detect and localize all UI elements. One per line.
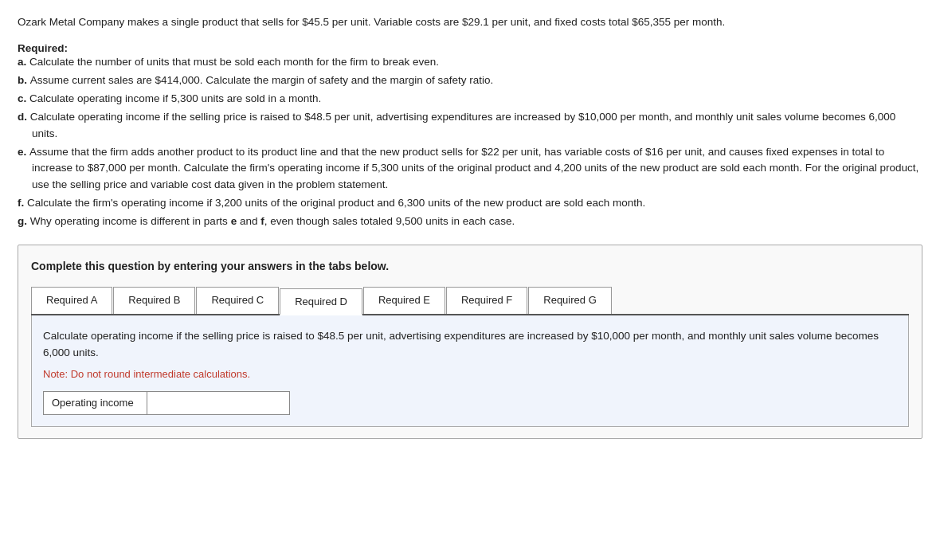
req-letter-e: e. [18, 146, 29, 158]
intro-text: Ozark Metal Company makes a single produ… [18, 14, 922, 31]
req-letter-c: c. [18, 92, 29, 104]
required-label: Required: [18, 42, 922, 54]
required-section: Required: a. Calculate the number of uni… [18, 42, 922, 230]
tab-d-description: Calculate operating income if the sellin… [43, 328, 897, 362]
tab-required-g[interactable]: Required G [528, 287, 611, 314]
req-item-a: a. Calculate the number of units that mu… [18, 54, 922, 71]
req-text-g: Why operating income is different in par… [30, 215, 515, 227]
tab-required-c[interactable]: Required C [196, 287, 279, 314]
complete-box: Complete this question by entering your … [18, 245, 922, 439]
req-item-b: b. Assume current sales are $414,000. Ca… [18, 72, 922, 89]
req-text-d: Calculate operating income if the sellin… [30, 111, 896, 139]
problem-intro: Ozark Metal Company makes a single produ… [18, 14, 922, 31]
req-text-c: Calculate operating income if 5,300 unit… [29, 92, 321, 104]
req-letter-g: g. [18, 215, 30, 227]
req-text-f: Calculate the firm's operating income if… [27, 197, 645, 209]
req-item-g: g. Why operating income is different in … [18, 213, 922, 230]
req-item-e: e. Assume that the firm adds another pro… [18, 144, 922, 194]
req-text-a: Calculate the number of units that must … [29, 56, 439, 68]
tab-d-note: Note: Do not round intermediate calculat… [43, 368, 897, 380]
operating-income-input[interactable] [147, 391, 290, 415]
req-letter-b: b. [18, 74, 30, 86]
required-list: a. Calculate the number of units that mu… [18, 54, 922, 230]
tab-required-b[interactable]: Required B [113, 287, 195, 314]
operating-income-row: Operating income [43, 391, 897, 415]
req-text-e: Assume that the firm adds another produc… [29, 146, 918, 191]
req-item-d: d. Calculate operating income if the sel… [18, 109, 922, 143]
tab-d-content: Calculate operating income if the sellin… [31, 315, 909, 427]
req-text-b: Assume current sales are $414,000. Calcu… [30, 74, 494, 86]
tabs-row: Required A Required B Required C Require… [31, 287, 909, 315]
req-item-c: c. Calculate operating income if 5,300 u… [18, 91, 922, 108]
req-letter-d: d. [18, 111, 30, 123]
req-item-f: f. Calculate the firm's operating income… [18, 195, 922, 212]
tab-required-a[interactable]: Required A [31, 287, 112, 314]
complete-instruction: Complete this question by entering your … [31, 260, 909, 272]
req-letter-a: a. [18, 56, 29, 68]
req-letter-f: f. [18, 197, 27, 209]
operating-income-label: Operating income [43, 391, 147, 415]
tab-required-d[interactable]: Required D [280, 288, 362, 315]
tab-required-e[interactable]: Required E [363, 287, 445, 314]
tab-required-f[interactable]: Required F [446, 287, 527, 314]
